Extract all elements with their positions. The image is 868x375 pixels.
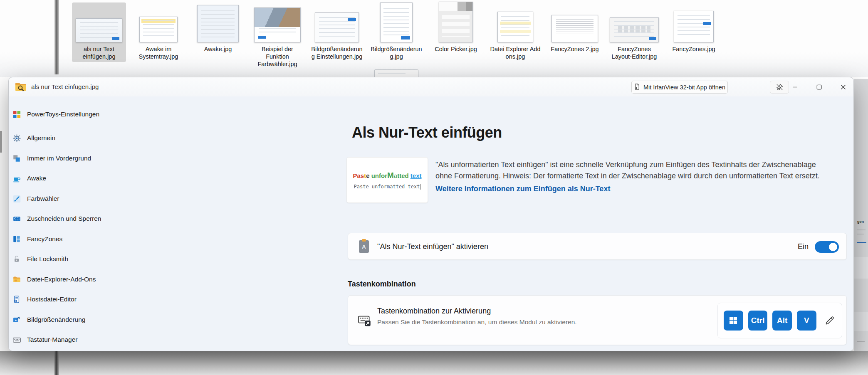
sliver-text-fragment: gen xyxy=(857,220,864,224)
file-name: FancyZones Layout-Editor.jpg xyxy=(607,45,661,60)
sidebar-item-fancyzones[interactable]: FancyZones xyxy=(12,232,62,246)
sidebar-item-label: Farbwähler xyxy=(27,195,59,202)
pin-off-icon xyxy=(776,83,784,91)
image-resize-icon xyxy=(12,315,21,324)
sidebar-item-label: Hostsdatei-Editor xyxy=(27,296,77,303)
edit-shortcut-button[interactable] xyxy=(824,314,836,327)
windows-logo-icon xyxy=(729,316,737,325)
shortcut-card: Tastenkombination zur Aktivierung Passen… xyxy=(348,295,847,345)
file-tile[interactable]: Bildgrößenänderung Einstellungen.jpg xyxy=(310,2,364,60)
sidebar-item-bildgroessenaenderung[interactable]: Bildgrößenänderung xyxy=(12,313,85,326)
coffee-cup-icon xyxy=(12,174,21,183)
titlebar: als nur Text einfügen.jpg Mit IrfanView … xyxy=(9,77,853,96)
background-window-divider xyxy=(54,0,59,74)
windows-key xyxy=(724,311,743,331)
file-tile[interactable]: Beispiel der Funktion Farbwähler.jpg xyxy=(250,2,304,68)
file-tile[interactable]: Awake.jpg xyxy=(191,2,245,53)
sidebar-item-allgemein[interactable]: Allgemein xyxy=(12,131,55,145)
file-name: Bildgrößenänderung.jpg xyxy=(369,45,423,60)
file-tile[interactable]: Color Picker.jpg xyxy=(429,2,483,53)
sidebar-item-datei-explorer-add-ons[interactable]: Datei-Explorer-Add-Ons xyxy=(12,273,96,286)
sidebar-item-label: Allgemein xyxy=(27,134,55,142)
file-thumbnail xyxy=(551,15,598,42)
keyboard-shortcut-icon xyxy=(357,314,371,327)
file-thumbnail xyxy=(497,12,533,42)
file-tile[interactable]: als nur Text einfügen.jpg xyxy=(72,2,126,62)
enable-module-label: "Als Nur-Text einfügen" aktivieren xyxy=(377,233,488,260)
shortcut-row-subtitle: Passen Sie die Tastenkombination an, um … xyxy=(377,318,577,326)
always-on-top-icon xyxy=(12,154,21,163)
file-tile[interactable]: Bildgrößenänderung.jpg xyxy=(369,2,423,60)
file-tile[interactable]: FancyZones.jpg xyxy=(667,2,721,53)
sidebar-item-label: File Locksmith xyxy=(27,255,68,263)
enable-module-toggle[interactable] xyxy=(815,241,839,253)
file-name: Beispiel der Funktion Farbwähler.jpg xyxy=(250,45,304,68)
peek-window: als nur Text einfügen.jpg Mit IrfanView … xyxy=(8,77,854,351)
crop-lock-icon xyxy=(12,214,21,223)
shortcut-section-header: Tastenkombination xyxy=(348,280,416,289)
sidebar-item-label: Tastatur-Manager xyxy=(27,336,77,343)
paste-as-plain-text-icon xyxy=(359,240,369,253)
powertoys-logo-icon xyxy=(12,110,21,119)
file-name: als nur Text einfügen.jpg xyxy=(72,45,126,60)
sidebar-item-tastatur-manager[interactable]: Tastatur-Manager xyxy=(12,333,77,346)
file-tile[interactable]: FancyZones 2.jpg xyxy=(548,2,602,53)
learn-more-link[interactable]: Weitere Informationen zum Einfügen als N… xyxy=(435,185,610,193)
file-thumbnail xyxy=(254,7,301,42)
file-thumbnail xyxy=(197,5,239,42)
file-thumbnail xyxy=(76,18,122,42)
maximize-icon xyxy=(816,84,822,90)
explorer-thumbnail-strip: als nur Text einfügen.jpg Awake im Syste… xyxy=(0,0,868,77)
sidebar-item-zuschneiden-und-sperren[interactable]: Zuschneiden und Sperren xyxy=(12,212,101,225)
file-name: FancyZones.jpg xyxy=(667,45,721,53)
file-thumbnail xyxy=(610,17,659,42)
v-key: V xyxy=(797,311,816,331)
file-name: Bildgrößenänderung Einstellungen.jpg xyxy=(310,45,364,60)
sidebar-item-hostsdatei-editor[interactable]: Hostsdatei-Editor xyxy=(12,293,77,306)
sidebar-item-label: Immer im Vordergrund xyxy=(27,155,91,162)
background-window-divider xyxy=(54,351,59,375)
minimize-button[interactable] xyxy=(785,78,805,96)
module-description: "Als unformatierten Text einfügen" ist e… xyxy=(435,159,834,182)
sidebar-item-label: Awake xyxy=(27,175,46,182)
file-thumbnail xyxy=(674,11,714,42)
toggle-state-label: Ein xyxy=(798,242,809,251)
app-document-icon xyxy=(634,84,640,91)
open-with-irfanview-button[interactable]: Mit IrfanView 32-bit App öffnen xyxy=(631,81,728,94)
window-title: als nur Text einfügen.jpg xyxy=(31,83,99,90)
peek-folder-icon xyxy=(15,81,27,92)
background-window-edge xyxy=(0,131,2,153)
color-picker-icon xyxy=(12,194,21,203)
file-thumbnail xyxy=(315,12,359,42)
file-tile[interactable]: FancyZones Layout-Editor.jpg xyxy=(607,2,661,60)
sidebar-item-label: Zuschneiden und Sperren xyxy=(27,215,101,222)
document-icon xyxy=(12,295,21,304)
enable-module-card: "Als Nur-Text einfügen" aktivieren Ein xyxy=(348,233,847,260)
close-icon xyxy=(840,84,846,90)
toggle-knob xyxy=(829,243,837,251)
shortcut-keys-panel: Ctrl Alt V xyxy=(717,303,842,338)
file-tile[interactable]: Awake im Systemtray.jpg xyxy=(131,2,185,60)
alt-key: Alt xyxy=(772,311,792,331)
minimize-icon xyxy=(792,84,798,90)
file-thumbnail xyxy=(380,2,413,42)
file-thumbnail xyxy=(439,2,473,42)
file-thumbnail xyxy=(139,17,178,42)
module-preview-image: Paste unforMatted text Paste unformatted… xyxy=(346,157,428,203)
maximize-button[interactable] xyxy=(809,78,829,96)
sidebar-item-label: Datei-Explorer-Add-Ons xyxy=(27,276,96,283)
file-tile[interactable]: Datei Explorer Add ons.jpg xyxy=(488,2,542,60)
powertoys-settings-header: PowerToys-Einstellungen xyxy=(12,108,99,121)
ctrl-key: Ctrl xyxy=(748,311,768,331)
folder-icon xyxy=(12,275,21,284)
sidebar-item-file-locksmith[interactable]: File Locksmith xyxy=(12,252,68,266)
sidebar-item-awake[interactable]: Awake xyxy=(12,172,46,185)
file-name: Awake.jpg xyxy=(191,45,245,53)
hero-line2: Paste unformatted text xyxy=(354,184,421,190)
fancyzones-icon xyxy=(12,234,21,244)
shortcut-row-title: Tastenkombination zur Aktivierung xyxy=(377,307,491,316)
sidebar-item-farbwaehler[interactable]: Farbwähler xyxy=(12,192,59,205)
close-button[interactable] xyxy=(833,78,853,96)
gear-icon xyxy=(12,133,21,143)
sidebar-item-immer-im-vordergrund[interactable]: Immer im Vordergrund xyxy=(12,152,91,165)
